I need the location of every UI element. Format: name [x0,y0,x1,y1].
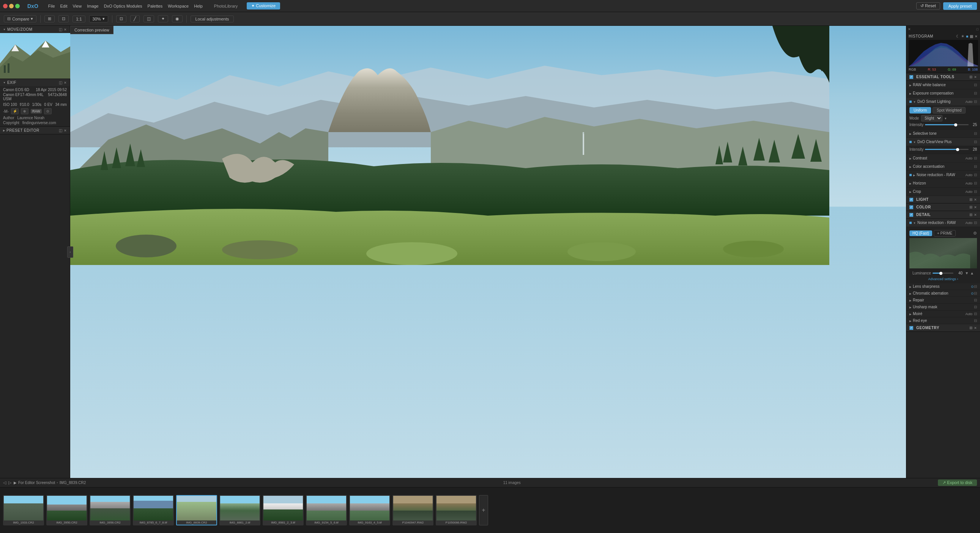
chromatic-toggle[interactable]: ⊟ [974,291,977,295]
tool-color-accentuation[interactable]: Color accentuation ⊟ [906,162,980,171]
film-thumb-2[interactable]: IMG_3956.CR2 [89,495,130,525]
intensity-slider[interactable] [925,124,969,125]
detail-section-header[interactable]: ✓ DETAIL ⊞ [906,211,980,219]
essential-tools-close-icon[interactable] [974,75,977,79]
clearview-expand-icon[interactable] [913,140,916,144]
add-folder-button[interactable]: + [479,495,488,525]
luminance-slider-thumb[interactable] [939,272,942,275]
color-checkbox[interactable]: ✓ [909,205,913,209]
red-eye-expand-icon[interactable] [909,319,911,323]
unsharp-expand-icon[interactable] [909,305,911,309]
light-section-header[interactable]: ✓ LIGHT ⊞ [906,196,980,204]
tool-noise-reduction[interactable]: Noise reduction - RAW Auto ⊟ [906,171,980,179]
histogram-close-icon[interactable] [975,34,978,38]
collapse-left-panel-handle[interactable]: ‹ [67,247,73,258]
light-checkbox[interactable]: ✓ [909,198,913,202]
exif-location-icon[interactable]: ⊙ [44,108,52,114]
smart-lighting-expand-icon[interactable] [913,100,916,103]
histogram-sun-icon[interactable]: ☀ [961,34,964,38]
tool-red-eye[interactable]: Red eye ⊟ [906,317,980,324]
move-zoom-close-icon[interactable] [64,27,67,32]
essential-tools-expand-icon[interactable]: ⊞ [969,75,972,79]
moire-toggle[interactable]: ⊟ [974,312,977,316]
window-close-button[interactable] [3,4,8,8]
tool-horizon[interactable]: Horizon Auto ⊟ [906,179,980,188]
redeye-tool-button[interactable]: ◉ [172,15,183,22]
film-thumb-3[interactable]: IMG_8785_6_7_8.tif [133,495,174,525]
view-single-button[interactable]: ⊞ [45,15,55,22]
light-close-icon[interactable] [974,197,977,202]
right-panel-max-icon[interactable]: □ [977,27,978,31]
preset-editor-pin-icon[interactable]: ◫ [59,128,62,132]
preset-editor-header[interactable]: PRESET EDITOR ◫ [0,127,70,134]
crop-tool-button[interactable]: ⊡ [116,15,126,22]
color-section-header[interactable]: ✓ COLOR ⊞ [906,204,980,211]
film-thumb-6[interactable]: IMG_8981_2_3.tif [262,495,304,525]
clearview-toggle[interactable]: ⊟ [974,140,977,144]
apply-preset-button[interactable]: Apply preset [943,2,977,10]
tool-clearview[interactable]: DxO ClearView Plus ⊟ [906,138,980,146]
selective-tone-toggle[interactable]: ⊟ [974,131,977,135]
detail-checkbox[interactable]: ✓ [909,213,913,217]
local-adjustments-button[interactable]: Local adjustments [191,16,234,22]
geometry-expand-icon[interactable]: ⊞ [969,326,972,330]
view-fit-button[interactable]: ⊡ [59,15,69,22]
filmstrip-nav-prev[interactable]: ◁ [3,480,6,485]
detail-expand-icon[interactable]: ⊞ [969,213,972,217]
smart-lighting-toggle[interactable]: ⊟ [974,99,977,103]
window-minimize-button[interactable] [9,4,14,8]
chromatic-expand-icon[interactable] [909,291,911,295]
tool-repair[interactable]: Repair ⊟ [906,297,980,304]
reset-button[interactable]: ↺ Reset [916,2,940,10]
exif-gps-icon[interactable]: ⊕ [21,108,29,114]
tool-exposure-compensation[interactable]: Exposure compensation ⊟ [906,89,980,97]
color-accentuation-expand-icon[interactable] [909,165,911,169]
unsharp-toggle[interactable]: ⊟ [974,305,977,309]
noise-reduction-expand-icon[interactable] [913,173,915,177]
prime-button[interactable]: + PRIME [934,230,956,237]
menu-edit[interactable]: Edit [58,3,70,9]
correction-preview-tab[interactable]: Correction preview [70,26,113,34]
horizon-expand-icon[interactable] [909,181,911,185]
repair-toggle[interactable]: ⊟ [974,298,977,302]
contrast-expand-icon[interactable] [909,156,911,160]
film-thumb-8[interactable]: IMG_9163_4_5.tif [349,495,390,525]
luminance-slider[interactable] [932,272,953,274]
exif-pin-icon[interactable]: ◫ [59,81,62,85]
geometry-checkbox[interactable]: ✓ [909,326,913,330]
repair-tool-button[interactable]: ✦ [158,15,168,22]
view-1-1-button[interactable]: 1:1 [73,16,85,22]
noise-reduction-toggle[interactable]: ⊟ [974,173,977,177]
menu-view[interactable]: View [71,3,84,9]
exif-close-icon[interactable] [64,81,67,85]
histogram-moon-icon[interactable]: ☾ [956,34,959,38]
film-thumb-0[interactable]: IMG_1933.CR2 [3,495,44,525]
tool-lens-sharpness[interactable]: Lens sharpness ⊙ ⊟ [906,283,980,290]
spot-weighted-button[interactable]: Spot Weighted [932,107,966,113]
detail-settings-icon[interactable]: ⚙ [973,231,977,236]
tool-selective-tone[interactable]: Selective tone ⊟ [906,129,980,138]
detail-noise-row[interactable]: Noise reduction - RAW Auto ⊟ [906,219,980,227]
contrast-toggle[interactable]: ⊟ [974,156,977,160]
hq-button[interactable]: HQ (Fast) [909,231,932,236]
mode-info-icon[interactable]: ▾ [945,116,947,120]
raw-wb-expand-icon[interactable] [909,83,911,87]
tool-unsharp-mask[interactable]: Unsharp mask ⊟ [906,304,980,310]
filmstrip-nav-next[interactable]: ▷ [8,480,11,485]
tool-crop[interactable]: Crop Auto ⊟ [906,188,980,196]
detail-noise-expand-icon[interactable] [913,221,916,225]
luminance-down-icon[interactable]: ▼ [965,271,969,275]
menu-workspace[interactable]: Workspace [165,3,191,9]
window-maximize-button[interactable] [15,4,20,8]
menu-palettes[interactable]: Palettes [145,3,165,9]
histogram-color-icon[interactable]: ■ [966,34,968,38]
film-thumb-7[interactable]: IMG_9154_5_6.tif [306,495,347,525]
lens-sharpness-expand-icon[interactable] [909,285,911,288]
repair-expand-icon[interactable] [909,298,911,302]
film-thumb-4[interactable]: IMG_8839.CR2 [176,495,217,525]
clearview-intensity-slider[interactable] [925,149,969,150]
histogram-rgb-icon[interactable]: ▦ [970,34,973,38]
move-zoom-header[interactable]: MOVE/ZOOM ◫ [0,26,70,33]
film-thumb-1[interactable]: IMG_3950.CR2 [46,495,87,525]
tab-photolibrary[interactable]: PhotoLibrary [210,3,242,10]
